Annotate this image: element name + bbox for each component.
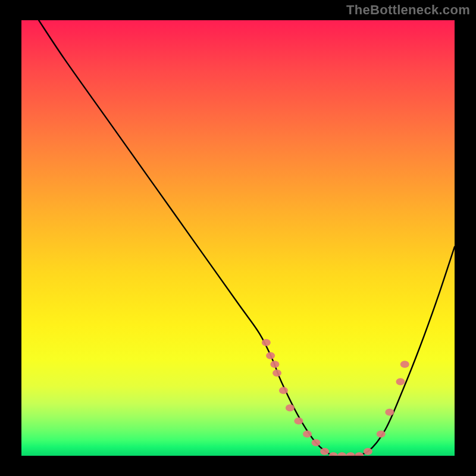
watermark-text: TheBottleneck.com xyxy=(346,2,470,18)
plot-gradient-background xyxy=(21,20,455,456)
chart-frame: TheBottleneck.com xyxy=(0,0,476,476)
